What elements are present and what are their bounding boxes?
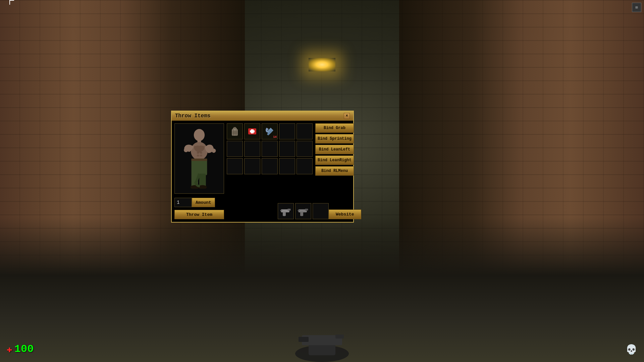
pistol-icon-2 xyxy=(296,205,311,217)
svg-rect-3 xyxy=(299,337,309,342)
hud-health: ✚ 100 xyxy=(7,343,34,355)
inventory-slot-2-4[interactable] xyxy=(297,158,313,174)
amount-row: Amount xyxy=(174,198,224,207)
held-weapon xyxy=(272,295,372,362)
svg-rect-33 xyxy=(280,210,282,211)
inventory-slot-0-0[interactable] xyxy=(227,123,243,139)
svg-rect-38 xyxy=(298,210,300,211)
character-svg xyxy=(179,128,219,189)
inventory-slot-1-3[interactable] xyxy=(279,141,295,157)
svg-rect-23 xyxy=(232,131,237,134)
throw-item-button[interactable]: Throw Item xyxy=(174,210,224,219)
inventory-slot-1-1[interactable] xyxy=(244,141,260,157)
skull-icon: 💀 xyxy=(626,344,637,355)
medkit-icon xyxy=(247,126,258,137)
inventory-slot-1-4[interactable] xyxy=(297,141,313,157)
action-buttons-panel: Bind Grab Bind Sprinting Bind LeanLeft B… xyxy=(315,123,354,194)
inventory-slot-2-2[interactable] xyxy=(262,158,278,174)
weapon-svg xyxy=(272,295,372,362)
inventory-row-3 xyxy=(227,158,313,174)
item-badge-wrench: 14 xyxy=(273,135,277,139)
close-button[interactable]: × xyxy=(344,113,350,119)
throw-controls: Amount Throw Item xyxy=(174,198,224,219)
weapon-slot-2[interactable] xyxy=(313,203,329,219)
svg-point-5 xyxy=(194,129,205,141)
svg-rect-22 xyxy=(233,127,236,129)
top-right-ui-icon: ⊞ xyxy=(632,3,641,12)
bind-leanleft-button[interactable]: Bind LeanLeft xyxy=(315,145,354,154)
bind-grab-button[interactable]: Bind Grab xyxy=(315,123,354,133)
svg-rect-28 xyxy=(250,130,255,132)
character-preview-panel xyxy=(174,123,224,194)
bind-rlmenu-button[interactable]: Bind RLMenu xyxy=(315,166,354,176)
svg-rect-4 xyxy=(335,335,344,339)
weapon-slot-1[interactable] xyxy=(295,203,311,219)
svg-rect-10 xyxy=(197,155,199,156)
inventory-row-2 xyxy=(227,141,313,157)
inventory-slot-0-3[interactable] xyxy=(279,123,295,139)
svg-point-18 xyxy=(184,148,188,153)
dialog-titlebar: Throw Items × xyxy=(172,111,353,121)
svg-point-34 xyxy=(289,210,290,211)
inventory-grid: 14 xyxy=(227,123,313,194)
svg-rect-13 xyxy=(192,159,207,161)
inventory-slot-1-0[interactable] xyxy=(227,141,243,157)
website-button[interactable]: Website xyxy=(329,209,361,219)
inventory-slot-2-1[interactable] xyxy=(244,158,260,174)
dialog-body: 14 xyxy=(172,121,353,196)
inventory-slot-2-3[interactable] xyxy=(279,158,295,174)
pistol-icon-1 xyxy=(278,205,293,217)
throw-items-dialog: Throw Items × xyxy=(171,111,354,223)
svg-rect-32 xyxy=(283,212,286,216)
dialog-title: Throw Items xyxy=(175,113,211,119)
weapon-slots-row xyxy=(278,203,329,219)
svg-rect-11 xyxy=(200,155,202,156)
health-cross-icon: ✚ xyxy=(7,344,12,355)
amount-label: Amount xyxy=(192,198,215,207)
ceiling-light xyxy=(309,58,335,71)
svg-point-19 xyxy=(212,148,216,153)
svg-rect-37 xyxy=(300,212,303,216)
svg-rect-9 xyxy=(200,152,202,154)
bind-sprinting-button[interactable]: Bind Sprinting xyxy=(315,134,354,143)
health-value: 100 xyxy=(14,343,34,355)
backpack-icon xyxy=(229,126,240,137)
inventory-slot-0-1[interactable] xyxy=(244,123,260,139)
svg-point-39 xyxy=(306,210,308,211)
inventory-slot-0-2[interactable]: 14 xyxy=(262,123,278,139)
bind-leanright-button[interactable]: Bind LeanRight xyxy=(315,156,354,165)
weapon-slot-0[interactable] xyxy=(278,203,294,219)
svg-rect-12 xyxy=(192,159,207,175)
character-figure xyxy=(179,128,219,189)
inventory-slot-1-2[interactable] xyxy=(262,141,278,157)
svg-rect-8 xyxy=(197,152,199,154)
inventory-slot-2-0[interactable] xyxy=(227,158,243,174)
inventory-slot-0-4[interactable] xyxy=(297,123,313,139)
amount-input[interactable] xyxy=(174,198,192,207)
inventory-row-1: 14 xyxy=(227,123,313,139)
